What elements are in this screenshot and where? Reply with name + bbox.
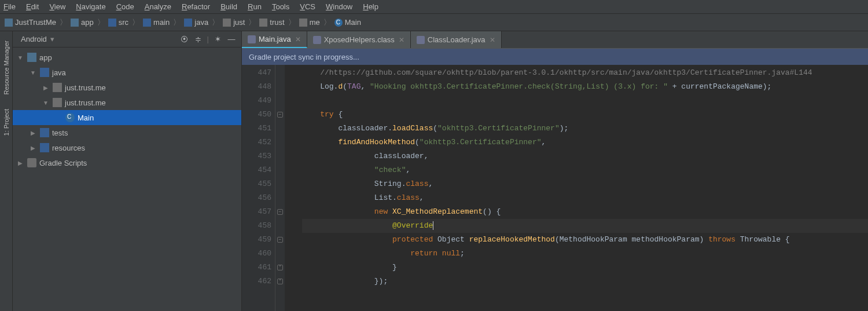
tab-classloader-java[interactable]: ClassLoader.java✕ [411,31,502,48]
code-line[interactable]: classLoader.loadClass("okhttp3.Certifica… [302,122,868,136]
tool-1-project[interactable]: 1: Project [3,109,10,136]
arrow-right-icon[interactable]: ▶ [42,85,50,91]
hide-icon[interactable]: — [226,34,237,45]
crumb-java[interactable]: java [184,18,208,27]
arrow-right-icon[interactable]: ▶ [29,130,37,136]
code-line[interactable]: findAndHookMethod("okhttp3.CertificatePi… [302,136,868,149]
chevron-right-icon: 〉 [288,17,296,28]
close-icon[interactable]: ✕ [295,35,301,43]
folder-pkg-icon [299,19,307,27]
target-icon[interactable]: ⦿ [179,34,190,45]
chevron-right-icon: 〉 [60,17,67,28]
crumb-me[interactable]: me [299,18,320,27]
tree-item-app[interactable]: ▼app [13,50,241,65]
chevron-down-icon[interactable]: ▾ [50,35,54,43]
crumb-just[interactable]: just [223,18,245,27]
menu-vcs[interactable]: VCS [300,2,315,11]
tree-label: just.trust.me [65,83,106,92]
crumb-main[interactable]: Main [334,18,361,27]
arrow-down-icon[interactable]: ▼ [29,69,37,76]
menu-view[interactable]: View [49,2,65,11]
menu-refactor[interactable]: Refactor [182,2,210,11]
code-line[interactable]: String.class, [302,177,868,191]
line-gutter: 4474484494504514524534544554564574584594… [242,65,275,311]
tree-item-just-trust-me[interactable]: ▼just.trust.me [13,95,241,110]
fold-marker[interactable]: ˄ [275,275,285,288]
breadcrumb-bar: JustTrustMe〉app〉src〉main〉java〉just〉trust… [0,14,868,31]
arrow-down-icon[interactable]: ▼ [42,100,50,106]
code-line[interactable]: new XC_MethodReplacement() { [302,205,868,219]
code-line[interactable]: "check", [302,163,868,177]
project-tree[interactable]: ▼app▼java▶just.trust.me▼just.trust.meMai… [13,47,241,311]
gear-icon[interactable]: ✶ [212,34,223,45]
line-number: 455 [242,177,271,191]
tree-label: Gradle Scripts [39,159,87,167]
code-line[interactable]: try { [302,108,868,122]
line-number: 447 [242,66,271,80]
menu-help[interactable]: Help [363,2,378,11]
menu-tools[interactable]: Tools [272,2,289,11]
tree-item-tests[interactable]: ▶tests [13,125,241,140]
crumb-app[interactable]: app [71,18,94,27]
code-line[interactable]: }); [302,275,868,288]
fold-marker [275,163,285,177]
menu-code[interactable]: Code [116,2,134,11]
tab-xposedhelpers-class[interactable]: XposedHelpers.class✕ [307,31,411,48]
menu-navigate[interactable]: Navigate [76,2,105,11]
editor-tabs: Main.java✕XposedHelpers.class✕ClassLoade… [242,31,868,49]
menu-bar: FileEditViewNavigateCodeAnalyzeRefactorB… [0,0,868,14]
tool-resource-manager[interactable]: Resource Manager [3,41,10,95]
close-icon[interactable]: ✕ [490,36,495,44]
left-tool-stripe: Resource Manager1: Project [0,31,13,311]
code-line[interactable]: protected Object replaceHookedMethod(Met… [302,233,868,247]
code-line[interactable]: Log.d(TAG, "Hooking okhttp3.CertificateP… [302,80,868,94]
code-line[interactable]: List.class, [302,191,868,205]
fold-marker [275,149,285,163]
code-lines[interactable]: //https://github.com/square/okhttp/blob/… [285,65,868,311]
arrow-down-icon[interactable]: ▼ [16,54,24,61]
fold-marker[interactable]: − [275,108,285,122]
tab-main-java[interactable]: Main.java✕ [242,31,307,48]
code-line[interactable] [302,94,868,108]
crumb-justtrustme[interactable]: JustTrustMe [5,18,56,27]
menu-analyze[interactable]: Analyze [145,2,171,11]
tree-item-resources[interactable]: ▶resources [13,140,241,155]
fold-marker[interactable]: − [275,233,285,247]
crumb-main[interactable]: main [143,18,170,27]
menu-file[interactable]: File [3,2,16,11]
tree-item-gradle-scripts[interactable]: ▶Gradle Scripts [13,155,241,170]
elephant-icon [27,158,36,167]
chevron-right-icon: 〉 [97,17,105,28]
sidebar-view-selector[interactable]: Android [21,35,47,43]
line-number: 461 [242,261,271,275]
code-line[interactable]: classLoader, [302,149,868,163]
crumb-trust[interactable]: trust [259,18,284,27]
arrow-right-icon[interactable]: ▶ [29,145,37,151]
folder-pkg-icon [53,83,62,92]
fold-marker[interactable]: − [275,205,285,219]
arrow-right-icon[interactable]: ▶ [16,160,24,166]
menu-build[interactable]: Build [220,2,237,11]
collapse-icon[interactable]: ≑ [193,34,204,45]
tree-label: resources [52,144,85,152]
menu-edit[interactable]: Edit [26,2,39,11]
tree-label: app [39,53,52,62]
code-editor[interactable]: 4474484494504514524534544554564574584594… [242,65,868,311]
tree-item-java[interactable]: ▼java [13,65,241,80]
menu-run[interactable]: Run [248,2,262,11]
menu-window[interactable]: Window [326,2,352,11]
code-line[interactable]: return null; [302,247,868,261]
fold-gutter[interactable]: −−−˄˄ [275,65,285,311]
crumb-src[interactable]: src [108,18,128,27]
tree-label: tests [52,129,68,137]
line-number: 459 [242,233,271,247]
code-line[interactable]: //https://github.com/square/okhttp/blob/… [302,66,868,80]
code-line[interactable]: } [302,261,868,275]
close-icon[interactable]: ✕ [399,36,404,44]
fold-marker [275,136,285,149]
tree-item-main[interactable]: Main [13,110,241,125]
code-line[interactable]: @Override [302,219,868,233]
fold-marker[interactable]: ˄ [275,261,285,275]
tree-item-just-trust-me[interactable]: ▶just.trust.me [13,80,241,95]
folder-res-icon [40,143,49,152]
